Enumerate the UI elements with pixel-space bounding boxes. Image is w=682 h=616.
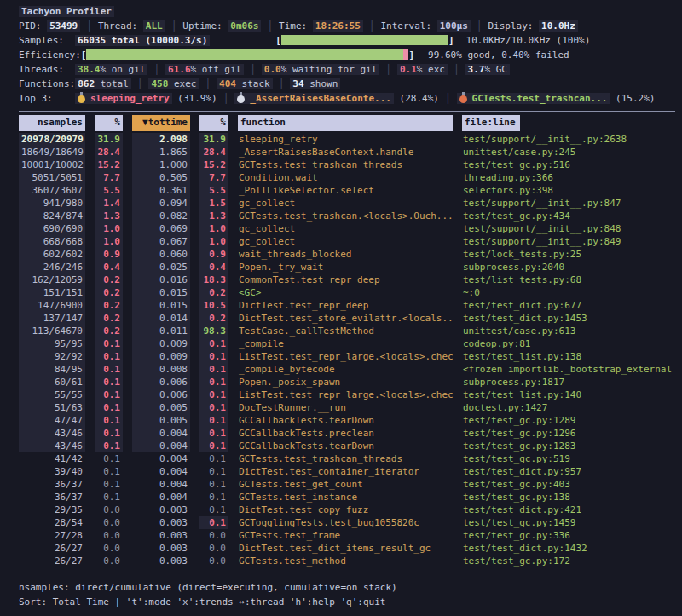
column-header-[interactable]: % [199, 115, 228, 131]
cell-cumulative-percent: 0.1 [199, 427, 228, 440]
cell-file-line: test/list_tests.py:68 [462, 273, 682, 286]
column-header-fileline[interactable]: file:line [462, 115, 520, 131]
table-row[interactable]: 137/1470.20.0140.2DictTest.test_store_ev… [0, 312, 682, 325]
cell-nsamples: 26/27 [19, 555, 85, 567]
table-row[interactable]: 36/370.10.0040.1GCTests.test_instancetes… [0, 491, 682, 504]
cell-direct-percent: 0.0 [95, 529, 123, 542]
cell-file-line: test/test_gc.py:336 [462, 529, 682, 542]
cell-file-line: unittest/case.py:613 [462, 325, 682, 337]
table-row[interactable]: 39/400.10.0040.1DictTest.test_container_… [0, 465, 682, 478]
efficiency-text: 99.60% good, 0.40% failed [428, 49, 569, 60]
cell-file-line: test/test_gc.py:1289 [462, 414, 682, 427]
table-row[interactable]: 162/120590.20.01618.3CommonTest.test_rep… [0, 273, 682, 286]
cell-direct-percent: 0.1 [95, 376, 123, 389]
table-row[interactable]: 151/1510.20.0150.2<GC>~:0 [0, 286, 682, 299]
table-row[interactable]: 602/6020.90.0600.9wait_threads_blockedte… [0, 248, 682, 261]
table-row[interactable]: 668/6681.00.0671.0gc_collecttest/support… [0, 235, 682, 248]
table-row[interactable]: 824/8741.30.0821.3GCTests.test_trashcan.… [0, 210, 682, 222]
table-row[interactable]: 5051/50517.70.5057.7Condition.waitthread… [0, 171, 682, 184]
cell-direct-percent: 15.2 [95, 158, 123, 171]
cell-direct-percent: 0.2 [95, 325, 123, 337]
table-row[interactable]: 113/646700.20.01198.3TestCase._callTestM… [0, 325, 682, 337]
cell-nsamples: 55/55 [19, 389, 85, 401]
table-row[interactable]: 36/370.10.0040.1GCTests.test_get_countte… [0, 478, 682, 491]
cell-function: GCCallbackTests.preclean [238, 427, 453, 440]
cell-function: sleeping_retry [238, 133, 453, 146]
cell-file-line: unittest/case.py:245 [462, 146, 682, 158]
cell-nsamples: 690/690 [19, 222, 85, 235]
table-row[interactable]: 55/550.10.0060.1ListTest.test_repr_large… [0, 389, 682, 401]
table-row[interactable]: 26/270.00.0030.0DictTest.test_dict_items… [0, 542, 682, 555]
column-header-[interactable]: % [95, 115, 123, 131]
cell-nsamples: 20978/20979 [19, 133, 85, 146]
cell-direct-percent: 31.9 [95, 133, 123, 146]
cell-file-line: codeop.py:81 [462, 337, 682, 350]
cell-tottime: 0.009 [132, 350, 190, 363]
cell-cumulative-percent: 0.1 [199, 440, 228, 452]
table-row[interactable]: 95/950.10.0090.1_compilecodeop.py:81 [0, 337, 682, 350]
cell-function: _AssertRaisesBaseContext.handle [238, 146, 453, 158]
cell-cumulative-percent: 0.9 [199, 248, 228, 261]
column-header-function[interactable]: function [238, 115, 453, 131]
cell-nsamples: 941/980 [19, 197, 85, 210]
table-row[interactable]: 3607/36075.50.3615.5_PollLikeSelector.se… [0, 184, 682, 197]
table-row[interactable]: 47/470.10.0050.1GCCallbackTests.tearDown… [0, 414, 682, 427]
cell-function: TestCase._callTestMethod [238, 325, 453, 337]
table-row[interactable]: 941/9801.40.0941.5gc_collecttest/support… [0, 197, 682, 210]
cell-direct-percent: 0.2 [95, 299, 123, 312]
table-row[interactable]: 84/950.10.0080.1_compile_bytecode<frozen… [0, 363, 682, 376]
cell-nsamples: 39/40 [19, 465, 85, 478]
cell-direct-percent: 0.1 [95, 465, 123, 478]
table-row[interactable]: 147/69000.20.01510.5DictTest.test_repr_d… [0, 299, 682, 312]
cell-cumulative-percent: 0.1 [199, 363, 228, 376]
status-item-label: PID: [19, 20, 47, 32]
efficiency-bar [86, 49, 408, 60]
cell-direct-percent: 0.1 [95, 337, 123, 350]
cell-function: GCTests.test_trashcan_threads [238, 158, 453, 171]
top3-percent: (28.4%) [394, 93, 439, 104]
efficiency-label: Efficiency: [19, 49, 81, 60]
table-row[interactable]: 26/270.00.0030.0GCTests.test_methodtest/… [0, 555, 682, 567]
table-row[interactable]: 51/630.10.0050.1DocTestRunner.__rundocte… [0, 401, 682, 414]
table-row[interactable]: 18649/1864928.41.86528.4_AssertRaisesBas… [0, 146, 682, 158]
cell-function: ListTest.test_repr_large.<locals>.check [238, 350, 453, 363]
cell-nsamples: 43/46 [19, 440, 85, 452]
status-item-value: 0m06s [228, 20, 261, 32]
cell-direct-percent: 0.1 [95, 440, 123, 452]
cell-tottime: 0.003 [132, 529, 190, 542]
table-row[interactable]: 246/2460.40.0250.4Popen._try_waitsubproc… [0, 261, 682, 273]
cell-file-line: test/test_gc.py:1296 [462, 427, 682, 440]
table-row[interactable]: 29/350.00.0030.1DictTest.test_copy_fuzzt… [0, 504, 682, 516]
table-row[interactable]: 28/540.00.0030.1GCTogglingTests.test_bug… [0, 516, 682, 529]
table-row[interactable]: 43/460.10.0040.1GCCallbackTests.tearDown… [0, 440, 682, 452]
table-row[interactable]: 690/6901.00.0691.0gc_collecttest/support… [0, 222, 682, 235]
cell-cumulative-percent: 0.1 [199, 414, 228, 427]
cell-function: gc_collect [238, 222, 453, 235]
table-row[interactable]: 60/610.10.0060.1Popen._posix_spawnsubpro… [0, 376, 682, 389]
column-header-tottime[interactable]: ▼tottime [132, 115, 190, 131]
table-row[interactable]: 10001/1000215.21.00015.2GCTests.test_tra… [0, 158, 682, 171]
cell-function: _PollLikeSelector.select [238, 184, 453, 197]
stat-value: 0.1 [400, 64, 417, 75]
table-row[interactable]: 92/920.10.0090.1ListTest.test_repr_large… [0, 350, 682, 363]
cell-tottime: 0.005 [132, 414, 190, 427]
table-row[interactable]: 20978/2097931.92.09831.9sleeping_retryte… [0, 133, 682, 146]
cell-nsamples: 47/47 [19, 414, 85, 427]
cell-nsamples: 151/151 [19, 286, 85, 299]
cell-cumulative-percent: 0.1 [199, 350, 228, 363]
table-row[interactable]: 41/420.10.0040.1GCTests.test_trashcan_th… [0, 452, 682, 465]
column-header-nsamples[interactable]: nsamples [19, 115, 85, 131]
cell-nsamples: 824/874 [19, 210, 85, 222]
cell-direct-percent: 0.1 [95, 350, 123, 363]
cell-nsamples: 92/92 [19, 350, 85, 363]
separator-icon: │ [171, 20, 177, 32]
samples-bar-close: ] [448, 35, 454, 46]
cell-nsamples: 137/147 [19, 312, 85, 325]
table-row[interactable]: 43/460.10.0040.1GCCallbackTests.preclean… [0, 427, 682, 440]
status-item-value: 53499 [47, 20, 80, 32]
cell-tottime: 0.004 [132, 452, 190, 465]
table-row[interactable]: 27/280.00.0030.0GCTests.test_frametest/t… [0, 529, 682, 542]
cell-nsamples: 51/63 [19, 401, 85, 414]
cell-cumulative-percent: 1.0 [199, 222, 228, 235]
cell-nsamples: 28/54 [19, 516, 85, 529]
